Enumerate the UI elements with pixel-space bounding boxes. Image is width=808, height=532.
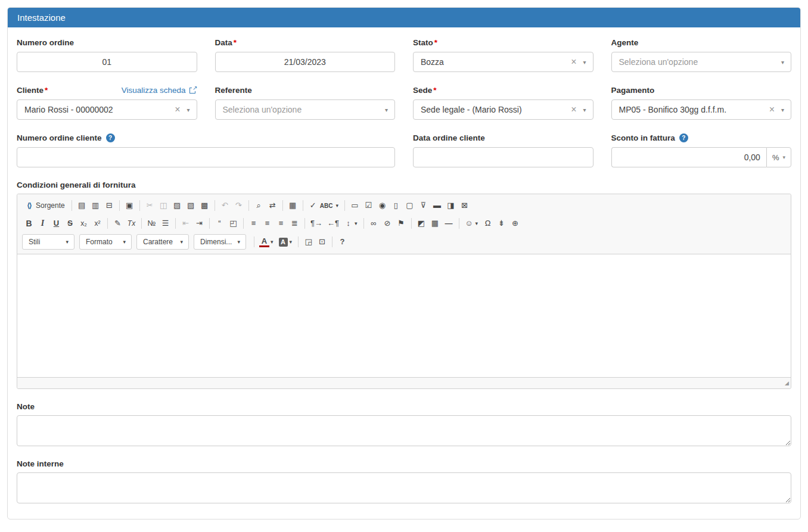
text-color-button[interactable]: A▾	[257, 235, 276, 249]
underline-icon: U	[51, 217, 61, 230]
templates-button[interactable]: ▣	[123, 198, 136, 213]
numero-ordine-input[interactable]	[17, 52, 197, 72]
font-button[interactable]: Carattere▾	[136, 234, 189, 250]
italic-button[interactable]: I	[36, 216, 49, 231]
sede-label: Sede*	[413, 85, 593, 95]
select-all-button[interactable]: ▦	[286, 198, 300, 213]
bold-button[interactable]: B	[22, 216, 36, 231]
sede-select[interactable]: Sede legale - (Mario Rossi) × ▾	[413, 99, 593, 120]
superscript-button[interactable]: x²	[91, 216, 104, 231]
justify-button[interactable]: ≣	[288, 216, 302, 231]
font-size-button[interactable]: Dimensi...▾	[194, 234, 246, 250]
show-blocks-button[interactable]: ⊡	[315, 235, 329, 249]
horizontal-rule-icon: ―	[444, 217, 454, 230]
increase-indent-button[interactable]: ⇥	[192, 216, 206, 231]
data-ordine-cliente-input[interactable]	[413, 147, 593, 167]
unlink-button[interactable]: ⊘	[381, 216, 394, 231]
decrease-indent-button[interactable]: ⇤	[179, 216, 192, 231]
page-break-icon: ⇟	[496, 217, 506, 230]
help-icon[interactable]: ?	[106, 133, 115, 142]
align-center-button[interactable]: ≡	[260, 216, 274, 231]
print-preview-button[interactable]: ▥	[89, 198, 102, 213]
about-button[interactable]: ?	[335, 235, 349, 249]
anchor-button[interactable]: ⚑	[394, 216, 408, 231]
radio-button-button[interactable]: ◉	[375, 198, 389, 213]
styles-button[interactable]: Stili▾	[22, 234, 74, 250]
text-field-button[interactable]: ▯	[389, 198, 403, 213]
visualizza-scheda-link[interactable]: Visualizza scheda	[122, 86, 197, 95]
print-button[interactable]: ⊟	[102, 198, 116, 213]
redo-button[interactable]: ↷	[232, 198, 245, 213]
export-pdf-button[interactable]: ▤	[75, 198, 89, 213]
blockquote-button[interactable]: “	[213, 216, 226, 231]
source-button[interactable]: ⟨⟩Sorgente	[22, 198, 69, 213]
form-button[interactable]: ▭	[348, 198, 362, 213]
align-left-button[interactable]: ≡	[247, 216, 260, 231]
image-button-button[interactable]: ◨	[444, 198, 458, 213]
sconto-input[interactable]	[611, 147, 766, 167]
resize-grip[interactable]: ◢	[785, 381, 791, 386]
remove-format-button[interactable]: Tx	[125, 216, 138, 231]
format-button[interactable]: Formato▾	[79, 234, 132, 250]
replace-button[interactable]: ⇄	[266, 198, 279, 213]
chevron-down-icon: ▾	[335, 203, 338, 209]
align-right-button[interactable]: ≡	[274, 216, 288, 231]
find-button[interactable]: ⌕	[252, 198, 266, 213]
cliente-label: Cliente* Visualizza scheda	[17, 85, 197, 95]
maximize-button[interactable]: ◲	[302, 235, 315, 249]
textarea-field-button[interactable]: ▢	[403, 198, 417, 213]
checkbox-button[interactable]: ☑	[362, 198, 375, 213]
image-button[interactable]: ◩	[415, 216, 428, 231]
cliente-select[interactable]: Mario Rossi - 00000002 × ▾	[17, 99, 197, 120]
agente-select[interactable]: Seleziona un'opzione ▾	[611, 52, 792, 72]
button-field-button[interactable]: ▬	[430, 198, 444, 213]
clear-icon[interactable]: ×	[171, 105, 184, 114]
background-color-button[interactable]: A▾	[276, 235, 296, 249]
table-button[interactable]: ▦	[428, 216, 442, 231]
text-direction-ltr-button[interactable]: ¶→	[308, 216, 325, 231]
iframe-button[interactable]: ⊕	[508, 216, 522, 231]
pagamento-select[interactable]: MP05 - Bonifico 30gg d.f.f.m. × ▾	[611, 99, 792, 120]
underline-button[interactable]: U	[49, 216, 63, 231]
div-container-button[interactable]: ◰	[226, 216, 240, 231]
numbered-list-button[interactable]: №	[145, 216, 159, 231]
paste-text-button[interactable]: ▧	[184, 198, 198, 213]
hidden-field-button[interactable]: ⊠	[458, 198, 471, 213]
data-input[interactable]	[215, 52, 396, 72]
page: Intestazione Numero ordine Data*	[0, 0, 808, 532]
stato-selected-value: Bozza	[421, 57, 567, 67]
help-icon[interactable]: ?	[679, 133, 688, 142]
spell-check-button[interactable]: ✓ABC▾	[306, 198, 341, 213]
select-field-button[interactable]: ⊽	[417, 198, 430, 213]
clear-icon[interactable]: ×	[766, 105, 778, 114]
text-field-icon: ▯	[391, 199, 401, 212]
source-label: Sorgente	[34, 201, 67, 210]
copy-formatting-button[interactable]: ✎	[111, 216, 125, 231]
clear-icon[interactable]: ×	[567, 57, 580, 67]
text-direction-ltr-icon: ¶→	[310, 217, 323, 230]
undo-button[interactable]: ↶	[218, 198, 232, 213]
numero-ordine-cliente-input[interactable]	[17, 147, 395, 167]
editor-content[interactable]	[17, 254, 791, 377]
link-button[interactable]: ∞	[367, 216, 381, 231]
paste-from-word-button[interactable]: ▩	[198, 198, 212, 213]
strikethrough-button[interactable]: S	[63, 216, 77, 231]
page-break-button[interactable]: ⇟	[495, 216, 508, 231]
paste-button[interactable]: ▨	[170, 198, 184, 213]
horizontal-rule-button[interactable]: ―	[442, 216, 456, 231]
line-height-button[interactable]: ↕▾	[341, 216, 361, 231]
copy-button[interactable]: ◫	[157, 198, 170, 213]
note-interne-textarea[interactable]	[17, 472, 791, 503]
sconto-unit-select[interactable]: % ▾	[766, 147, 791, 167]
text-direction-rtl-button[interactable]: ←¶	[325, 216, 341, 231]
image-button-icon: ◨	[446, 199, 456, 212]
referente-select[interactable]: Seleziona un'opzione ▾	[215, 99, 396, 120]
subscript-button[interactable]: x₂	[77, 216, 91, 231]
cut-button[interactable]: ✂	[143, 198, 157, 213]
smiley-button[interactable]: ☺▾	[462, 216, 481, 231]
clear-icon[interactable]: ×	[567, 105, 580, 114]
special-character-button[interactable]: Ω	[481, 216, 495, 231]
note-textarea[interactable]	[17, 415, 791, 446]
bulleted-list-button[interactable]: ☰	[159, 216, 172, 231]
stato-select[interactable]: Bozza × ▾	[413, 52, 593, 72]
